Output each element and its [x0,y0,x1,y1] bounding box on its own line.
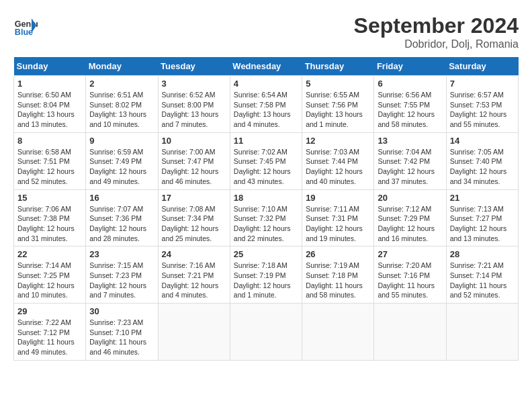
weekday-header-saturday: Saturday [446,57,518,76]
calendar-week-5: 29Sunrise: 7:22 AM Sunset: 7:12 PM Dayli… [14,304,519,361]
day-info: Sunrise: 6:57 AM Sunset: 7:53 PM Dayligh… [450,90,515,130]
day-info: Sunrise: 7:00 AM Sunset: 7:47 PM Dayligh… [162,147,226,187]
day-number: 14 [450,136,515,146]
day-number: 18 [234,193,298,203]
day-number: 8 [17,136,82,146]
calendar-day [230,304,302,361]
day-info: Sunrise: 7:04 AM Sunset: 7:42 PM Dayligh… [378,147,442,187]
day-number: 4 [234,79,298,89]
day-number: 24 [162,249,226,259]
day-number: 23 [89,249,154,259]
day-number: 22 [17,249,82,259]
calendar-day: 30Sunrise: 7:23 AM Sunset: 7:10 PM Dayli… [86,304,158,361]
day-info: Sunrise: 7:10 AM Sunset: 7:32 PM Dayligh… [234,204,298,244]
day-info: Sunrise: 7:02 AM Sunset: 7:45 PM Dayligh… [234,147,298,187]
calendar-day: 14Sunrise: 7:05 AM Sunset: 7:40 PM Dayli… [446,132,518,189]
calendar-day: 19Sunrise: 7:11 AM Sunset: 7:31 PM Dayli… [302,189,374,246]
day-info: Sunrise: 7:19 AM Sunset: 7:18 PM Dayligh… [306,261,370,300]
calendar-day: 1Sunrise: 6:50 AM Sunset: 8:04 PM Daylig… [14,76,86,133]
calendar-day: 21Sunrise: 7:13 AM Sunset: 7:27 PM Dayli… [446,189,518,246]
calendar-day: 13Sunrise: 7:04 AM Sunset: 7:42 PM Dayli… [374,132,446,189]
day-number: 3 [162,79,226,89]
day-info: Sunrise: 6:55 AM Sunset: 7:56 PM Dayligh… [306,90,370,130]
day-number: 2 [89,79,154,89]
weekday-header-row: SundayMondayTuesdayWednesdayThursdayFrid… [14,57,519,76]
calendar-day: 25Sunrise: 7:18 AM Sunset: 7:19 PM Dayli… [230,246,302,304]
day-info: Sunrise: 7:06 AM Sunset: 7:38 PM Dayligh… [17,204,82,244]
calendar-week-4: 22Sunrise: 7:14 AM Sunset: 7:25 PM Dayli… [14,246,519,304]
day-info: Sunrise: 7:08 AM Sunset: 7:34 PM Dayligh… [162,204,226,244]
day-number: 16 [89,193,154,203]
calendar-day: 22Sunrise: 7:14 AM Sunset: 7:25 PM Dayli… [14,246,86,304]
day-number: 15 [17,193,82,203]
calendar-day: 7Sunrise: 6:57 AM Sunset: 7:53 PM Daylig… [446,76,518,133]
day-info: Sunrise: 7:05 AM Sunset: 7:40 PM Dayligh… [450,147,515,187]
weekday-header-thursday: Thursday [302,57,374,76]
day-info: Sunrise: 6:51 AM Sunset: 8:02 PM Dayligh… [89,90,154,130]
calendar-body: 1Sunrise: 6:50 AM Sunset: 8:04 PM Daylig… [14,76,519,361]
calendar-table: SundayMondayTuesdayWednesdayThursdayFrid… [13,57,519,361]
day-number: 17 [162,193,226,203]
weekday-header-monday: Monday [86,57,158,76]
weekday-header-wednesday: Wednesday [230,57,302,76]
day-number: 19 [306,193,370,203]
calendar-day: 4Sunrise: 6:54 AM Sunset: 7:58 PM Daylig… [230,76,302,133]
day-info: Sunrise: 7:15 AM Sunset: 7:23 PM Dayligh… [89,261,154,300]
calendar-day: 5Sunrise: 6:55 AM Sunset: 7:56 PM Daylig… [302,76,374,133]
title-block: September 2024 Dobridor, Dolj, Romania [354,13,519,50]
day-info: Sunrise: 6:56 AM Sunset: 7:55 PM Dayligh… [378,90,442,130]
page-header: General Blue September 2024 Dobridor, Do… [13,13,519,50]
calendar-day: 28Sunrise: 7:21 AM Sunset: 7:14 PM Dayli… [446,246,518,304]
weekday-header-friday: Friday [374,57,446,76]
day-number: 11 [234,136,298,146]
calendar-day: 2Sunrise: 6:51 AM Sunset: 8:02 PM Daylig… [86,76,158,133]
location-subtitle: Dobridor, Dolj, Romania [354,38,519,50]
day-info: Sunrise: 7:07 AM Sunset: 7:36 PM Dayligh… [89,204,154,244]
day-info: Sunrise: 7:14 AM Sunset: 7:25 PM Dayligh… [17,261,82,300]
day-info: Sunrise: 7:12 AM Sunset: 7:29 PM Dayligh… [378,204,442,244]
day-number: 26 [306,249,370,259]
day-number: 20 [378,193,442,203]
day-number: 29 [17,306,82,316]
day-info: Sunrise: 7:20 AM Sunset: 7:16 PM Dayligh… [378,261,442,300]
calendar-week-1: 1Sunrise: 6:50 AM Sunset: 8:04 PM Daylig… [14,76,519,133]
day-info: Sunrise: 6:50 AM Sunset: 8:04 PM Dayligh… [17,90,82,130]
calendar-day: 12Sunrise: 7:03 AM Sunset: 7:44 PM Dayli… [302,132,374,189]
day-info: Sunrise: 6:52 AM Sunset: 8:00 PM Dayligh… [162,90,226,130]
month-title: September 2024 [354,13,519,38]
calendar-week-3: 15Sunrise: 7:06 AM Sunset: 7:38 PM Dayli… [14,189,519,246]
day-info: Sunrise: 7:18 AM Sunset: 7:19 PM Dayligh… [234,261,298,300]
day-number: 27 [378,249,442,259]
day-number: 21 [450,193,515,203]
day-info: Sunrise: 7:16 AM Sunset: 7:21 PM Dayligh… [162,261,226,300]
day-info: Sunrise: 7:11 AM Sunset: 7:31 PM Dayligh… [306,204,370,244]
day-number: 9 [89,136,154,146]
day-number: 13 [378,136,442,146]
calendar-day: 24Sunrise: 7:16 AM Sunset: 7:21 PM Dayli… [158,246,230,304]
day-number: 10 [162,136,226,146]
calendar-day: 3Sunrise: 6:52 AM Sunset: 8:00 PM Daylig… [158,76,230,133]
calendar-day: 27Sunrise: 7:20 AM Sunset: 7:16 PM Dayli… [374,246,446,304]
calendar-day [446,304,518,361]
svg-text:Blue: Blue [15,28,33,37]
logo-icon: General Blue [13,13,38,38]
calendar-day: 15Sunrise: 7:06 AM Sunset: 7:38 PM Dayli… [14,189,86,246]
calendar-day: 20Sunrise: 7:12 AM Sunset: 7:29 PM Dayli… [374,189,446,246]
calendar-day: 6Sunrise: 6:56 AM Sunset: 7:55 PM Daylig… [374,76,446,133]
calendar-day [158,304,230,361]
calendar-day: 9Sunrise: 6:59 AM Sunset: 7:49 PM Daylig… [86,132,158,189]
calendar-day: 10Sunrise: 7:00 AM Sunset: 7:47 PM Dayli… [158,132,230,189]
day-number: 30 [89,306,154,316]
calendar-day: 11Sunrise: 7:02 AM Sunset: 7:45 PM Dayli… [230,132,302,189]
day-number: 1 [17,79,82,89]
day-info: Sunrise: 7:21 AM Sunset: 7:14 PM Dayligh… [450,261,515,300]
day-info: Sunrise: 7:13 AM Sunset: 7:27 PM Dayligh… [450,204,515,244]
day-info: Sunrise: 7:22 AM Sunset: 7:12 PM Dayligh… [17,318,82,357]
calendar-day: 29Sunrise: 7:22 AM Sunset: 7:12 PM Dayli… [14,304,86,361]
day-info: Sunrise: 7:03 AM Sunset: 7:44 PM Dayligh… [306,147,370,187]
calendar-day: 8Sunrise: 6:58 AM Sunset: 7:51 PM Daylig… [14,132,86,189]
calendar-day: 18Sunrise: 7:10 AM Sunset: 7:32 PM Dayli… [230,189,302,246]
day-info: Sunrise: 6:59 AM Sunset: 7:49 PM Dayligh… [89,147,154,187]
calendar-day: 26Sunrise: 7:19 AM Sunset: 7:18 PM Dayli… [302,246,374,304]
weekday-header-sunday: Sunday [14,57,86,76]
